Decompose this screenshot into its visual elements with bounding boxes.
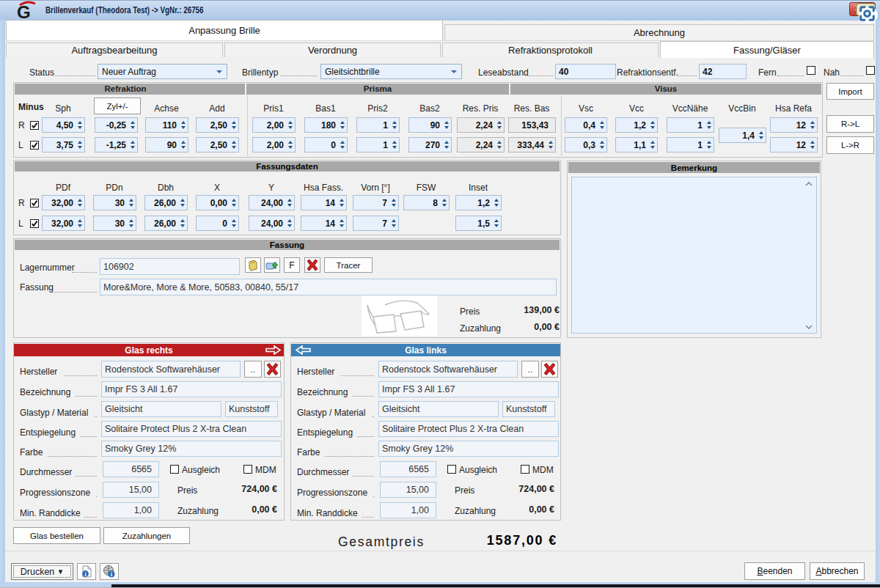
svg-text:G: G <box>17 2 31 21</box>
